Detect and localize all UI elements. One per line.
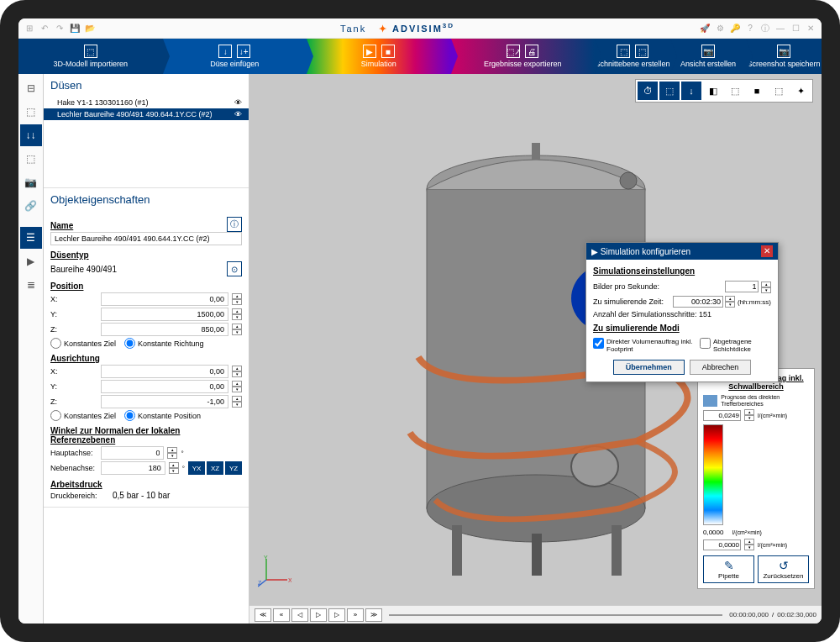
vp-gradient[interactable]: ◧ [703, 82, 723, 100]
tool-cube[interactable]: ⬚ [20, 101, 42, 123]
rocket-icon[interactable]: 🚀 [699, 23, 711, 34]
vp-solid[interactable]: ■ [747, 82, 767, 100]
spinner[interactable]: ▴▾ [232, 308, 242, 320]
pos-radio-target[interactable]: Konstantes Ziel [50, 338, 116, 349]
axis-yz-button[interactable]: YZ [225, 461, 242, 475]
name-input[interactable] [50, 232, 242, 245]
pb-next-fast[interactable]: » [347, 608, 364, 622]
apply-button[interactable]: Übernehmen [613, 360, 685, 375]
orient-radio-position[interactable]: Konstante Position [124, 410, 201, 421]
spinner[interactable]: ▴▾ [232, 293, 242, 305]
viewport-toolbar: ⏱ ⬚ ↓ ◧ ⬚ ■ ⬚ ✦ [635, 79, 813, 103]
spinner[interactable]: ▴▾ [232, 396, 242, 408]
orient-y-input[interactable] [101, 380, 228, 393]
nozzle-item-2[interactable]: Lechler Baureihe 490/491 490.644.1Y.CC (… [44, 108, 249, 120]
type-label: Düsentyp [50, 250, 242, 260]
info-button[interactable]: ⓘ [227, 217, 242, 232]
key-icon[interactable]: 🔑 [729, 23, 741, 34]
side-panel: Düsen Hake Y1-1 130301160 (#1)👁 Lechler … [44, 74, 249, 624]
viewport[interactable]: ⏱ ⬚ ↓ ◧ ⬚ ■ ⬚ ✦ [249, 74, 822, 624]
tool-link[interactable]: 🔗 [20, 195, 42, 217]
spinner[interactable]: ▴▾ [232, 324, 242, 335]
wf-export[interactable]: ⬚↗🖨 Ergebnisse exportieren [451, 39, 596, 74]
undo-icon[interactable]: ↶ [39, 23, 50, 34]
pos-radio-direction[interactable]: Konstante Richtung [124, 338, 204, 349]
wf-import[interactable]: ⬚ 3D-Modell importieren [18, 39, 163, 74]
open-icon[interactable]: 📂 [84, 23, 96, 34]
pos-z-input[interactable] [101, 323, 228, 336]
pb-time-start: 00:00:00,000 [729, 611, 769, 618]
maximize-icon[interactable]: ☐ [790, 23, 801, 34]
pb-slider[interactable] [389, 614, 722, 616]
target-button[interactable]: ⊙ [227, 261, 242, 276]
tool-camera[interactable]: 📷 [20, 171, 42, 193]
nozzle-item-1[interactable]: Hake Y1-1 130301160 (#1)👁 [44, 97, 249, 108]
pb-next[interactable]: ▷ [328, 608, 345, 622]
vp-ghost[interactable]: ⬚ [769, 82, 789, 100]
dialog-close-button[interactable]: ✕ [761, 245, 773, 257]
pipette-button[interactable]: ✎Pipette [703, 555, 754, 583]
left-toolbar: ⊟ ⬚ ↓↓ ⬚ 📷 🔗 ☰ ▶ ≣ [18, 74, 44, 624]
info-icon[interactable]: ⓘ [759, 23, 771, 34]
spinner[interactable]: ▴▾ [232, 381, 242, 392]
tool-align[interactable]: ⊟ [20, 77, 42, 99]
check-volume[interactable]: Direkter Volumenauftrag inkl. Footprint [593, 338, 693, 353]
wf-cutplane[interactable]: ⬚⬚ Schnittebene erstellen [595, 39, 670, 74]
tool-layers[interactable]: ≣ [20, 274, 42, 296]
orient-radio-target[interactable]: Konstantes Ziel [50, 410, 116, 421]
pb-time-end: 00:02:30,000 [777, 611, 816, 618]
pos-x-input[interactable] [101, 292, 228, 306]
playback-bar: ≪ « ◁ ▷ ▷ » ≫ 00:00:00,000 / 00:02:30,00… [249, 605, 822, 624]
tool-cube2[interactable]: ⬚ [20, 148, 42, 170]
nozzles-title: Düsen [44, 74, 249, 97]
tool-nozzle[interactable]: ↓↓ [20, 124, 42, 146]
vp-nozzle[interactable]: ↓ [681, 82, 701, 100]
pb-first[interactable]: ≪ [255, 608, 271, 622]
spinner[interactable]: ▴▾ [169, 462, 179, 474]
svg-rect-6 [532, 143, 540, 160]
pb-prev-fast[interactable]: « [273, 608, 290, 622]
orient-x-input[interactable] [101, 365, 228, 378]
pb-last[interactable]: ≫ [365, 608, 382, 622]
check-layer[interactable]: Abgetragene Schichtdicke [700, 338, 771, 353]
close-icon[interactable]: ✕ [805, 23, 816, 34]
minimize-icon[interactable]: — [774, 23, 786, 34]
tool-props[interactable]: ☰ [20, 227, 42, 249]
gear-icon[interactable]: ⚙ [714, 23, 726, 34]
pos-y-input[interactable] [101, 308, 228, 321]
main-axis-input[interactable] [101, 446, 164, 460]
svg-point-7 [620, 172, 637, 189]
wf-screenshot[interactable]: 📷 Screenshot speichern [746, 39, 822, 74]
play-icon: ▶ [363, 45, 376, 58]
redo-icon[interactable]: ↷ [54, 23, 66, 34]
color-scale-bar [703, 424, 723, 525]
fps-input[interactable] [725, 281, 759, 292]
time-input[interactable] [673, 296, 723, 308]
axis-yx-button[interactable]: YX [188, 461, 205, 475]
save-icon[interactable]: 💾 [69, 23, 81, 34]
reset-button[interactable]: ↺Zurücksetzen [758, 555, 809, 583]
pb-play[interactable]: ▷ [310, 608, 327, 622]
spinner[interactable]: ▴▾ [232, 366, 242, 377]
orient-z-input[interactable] [101, 395, 228, 408]
eye-icon[interactable]: 👁 [234, 110, 242, 118]
eye-icon[interactable]: 👁 [234, 98, 242, 107]
axis-xz-button[interactable]: XZ [207, 461, 223, 475]
legend-max-input[interactable] [703, 410, 741, 421]
wf-nozzle[interactable]: ↓↓+ Düse einfügen [163, 39, 307, 74]
tool-flag[interactable]: ▶ [20, 250, 42, 272]
svg-rect-4 [612, 525, 622, 576]
new-icon[interactable]: ⊞ [24, 23, 35, 34]
help-icon[interactable]: ? [744, 23, 756, 34]
cancel-button[interactable]: Abbrechen [690, 360, 752, 375]
vp-wire[interactable]: ⬚ [725, 82, 745, 100]
wf-simulation[interactable]: ▶■ Simulation [307, 39, 451, 74]
wf-view[interactable]: 📷 Ansicht erstellen [670, 39, 746, 74]
spinner[interactable]: ▴▾ [167, 447, 177, 459]
legend-pick-input[interactable] [703, 539, 741, 550]
vp-particles[interactable]: ✦ [790, 82, 811, 100]
vp-cube[interactable]: ⬚ [659, 82, 680, 100]
sec-axis-input[interactable] [101, 461, 165, 475]
vp-gauge[interactable]: ⏱ [638, 82, 658, 100]
pb-prev[interactable]: ◁ [291, 608, 308, 622]
